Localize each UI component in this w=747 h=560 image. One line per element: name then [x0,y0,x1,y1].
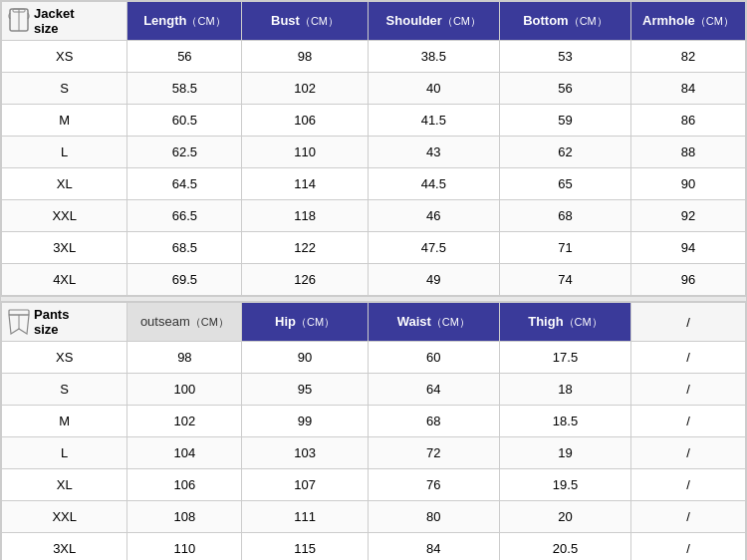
jacket-title-line1: Jacket [34,6,74,21]
shoulder-cell: 43 [368,137,499,168]
thigh-cell: 18.5 [499,406,630,437]
outseam-cell: 100 [127,374,242,406]
outseam-cell: 98 [127,342,242,374]
outseam-header: outseam（CM） [127,303,242,342]
bust-cell: 110 [242,137,368,168]
length-cell: 64.5 [127,168,242,200]
armhole-cell: 88 [631,137,746,168]
bottom-cell: 65 [499,168,630,200]
pants-header-row: Pants size outseam（CM） Hip（CM） Waist（CM）… [2,303,746,342]
size-cell: 4XL [2,264,127,296]
slash-cell: / [631,406,746,437]
waist-cell: 80 [368,501,499,533]
armhole-cell: 92 [631,200,746,232]
size-cell: XL [2,469,127,501]
slash-cell: / [631,469,746,501]
thigh-cell: 18 [499,374,630,406]
length-cell: 58.5 [127,73,242,105]
jacket-row: S58.5102405684 [2,73,746,105]
jacket-header-row: Jacket size Length（CM） Bust（CM） Shoulder… [2,2,746,41]
thigh-cell: 20 [499,501,630,533]
armhole-cell: 86 [631,105,746,137]
bottom-cell: 59 [499,105,630,137]
hip-cell: 103 [242,437,368,469]
hip-cell: 95 [242,374,368,406]
pants-size-header: Pants size [2,303,127,342]
bust-cell: 106 [242,105,368,137]
size-cell: S [2,374,127,406]
bust-cell: 102 [242,73,368,105]
shoulder-cell: 40 [368,73,499,105]
thigh-cell: 19.5 [499,469,630,501]
shoulder-cell: 46 [368,200,499,232]
bust-cell: 126 [242,264,368,296]
jacket-row: 4XL69.5126497496 [2,264,746,296]
jacket-title-line2: size [34,21,74,36]
length-header: Length（CM） [127,2,242,41]
slash-header: / [631,303,746,342]
pants-title-line2: size [34,322,69,337]
shoulder-cell: 38.5 [368,41,499,73]
jacket-size-header: Jacket size [2,2,127,41]
size-cell: XXL [2,200,127,232]
size-chart: Jacket size Length（CM） Bust（CM） Shoulder… [0,0,747,560]
shoulder-cell: 49 [368,264,499,296]
size-cell: M [2,105,127,137]
armhole-cell: 96 [631,264,746,296]
pants-row: M102996818.5/ [2,406,746,437]
hip-cell: 111 [242,501,368,533]
waist-header: Waist（CM） [368,303,499,342]
thigh-header: Thigh（CM） [499,303,630,342]
thigh-cell: 17.5 [499,342,630,374]
length-cell: 69.5 [127,264,242,296]
waist-cell: 72 [368,437,499,469]
bust-cell: 114 [242,168,368,200]
shoulder-cell: 44.5 [368,168,499,200]
waist-cell: 60 [368,342,499,374]
bust-header: Bust（CM） [242,2,368,41]
bottom-cell: 53 [499,41,630,73]
pants-row: XXL1081118020/ [2,501,746,533]
size-cell: 3XL [2,232,127,264]
bust-cell: 98 [242,41,368,73]
outseam-cell: 104 [127,437,242,469]
jacket-icon [8,8,30,34]
shoulder-cell: 41.5 [368,105,499,137]
slash-cell: / [631,342,746,374]
armhole-header: Armhole（CM） [631,2,746,41]
length-cell: 68.5 [127,232,242,264]
length-cell: 56 [127,41,242,73]
size-cell: XL [2,168,127,200]
bottom-cell: 62 [499,137,630,168]
size-cell: 3XL [2,533,127,561]
bottom-cell: 74 [499,264,630,296]
pants-body: XS98906017.5/S100956418/M102996818.5/L10… [2,342,746,561]
pants-row: 3XL1101158420.5/ [2,533,746,561]
bottom-cell: 56 [499,73,630,105]
pants-row: L1041037219/ [2,437,746,469]
hip-header: Hip（CM） [242,303,368,342]
size-cell: XS [2,342,127,374]
size-cell: S [2,73,127,105]
length-cell: 62.5 [127,137,242,168]
waist-cell: 84 [368,533,499,561]
outseam-cell: 110 [127,533,242,561]
jacket-row: 3XL68.512247.57194 [2,232,746,264]
pants-row: XS98906017.5/ [2,342,746,374]
bottom-cell: 68 [499,200,630,232]
size-cell: L [2,137,127,168]
jacket-body: XS569838.55382S58.5102405684M60.510641.5… [2,41,746,296]
slash-cell: / [631,374,746,406]
pants-table: Pants size outseam（CM） Hip（CM） Waist（CM）… [1,302,746,560]
jacket-row: XXL66.5118466892 [2,200,746,232]
size-cell: XXL [2,501,127,533]
armhole-cell: 90 [631,168,746,200]
armhole-cell: 84 [631,73,746,105]
shoulder-cell: 47.5 [368,232,499,264]
jacket-row: XL64.511444.56590 [2,168,746,200]
jacket-row: L62.5110436288 [2,137,746,168]
armhole-cell: 94 [631,232,746,264]
slash-cell: / [631,533,746,561]
pants-row: XL1061077619.5/ [2,469,746,501]
waist-cell: 76 [368,469,499,501]
